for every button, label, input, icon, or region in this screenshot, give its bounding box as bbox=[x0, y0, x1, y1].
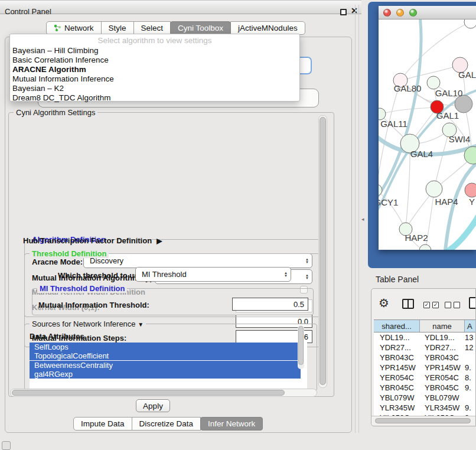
settings-vertical-scrollbar[interactable] bbox=[318, 115, 327, 388]
mi-threshold-group-title: MI Threshold Definition bbox=[37, 284, 127, 293]
network-node[interactable] bbox=[419, 244, 431, 250]
column-header-a[interactable]: A bbox=[465, 320, 476, 332]
tab-label: Discretize Data bbox=[139, 419, 194, 428]
settings-horizontal-scrollbar[interactable] bbox=[10, 389, 317, 397]
tab-style[interactable]: Style bbox=[101, 21, 134, 35]
table-cell: YPR145W bbox=[374, 363, 420, 373]
tab-label: Select bbox=[141, 24, 164, 32]
table-panel-title: Table Panel bbox=[376, 275, 419, 284]
table-row[interactable]: YPR145WYPR145W9. bbox=[374, 363, 476, 373]
application-window: Control Panel ✕ NetworkStyleSelectCyni T… bbox=[0, 0, 476, 450]
network-edge bbox=[406, 191, 433, 229]
gear-icon[interactable]: ⚙ bbox=[379, 296, 389, 310]
table-cell: YBR045C bbox=[420, 383, 465, 393]
network-node[interactable] bbox=[464, 19, 476, 28]
table-cell: YER054C bbox=[420, 373, 465, 383]
table-cell: YER054C bbox=[374, 373, 420, 383]
algorithm-option-bayesian-k2[interactable]: Bayesian – K2 bbox=[10, 84, 299, 93]
table-row[interactable]: YBR043CYBR043C bbox=[374, 353, 476, 363]
table-rows: YDL19...YDL19...13YDR27...YDR27...12YBR0… bbox=[374, 332, 476, 416]
node-label-y: Y bbox=[469, 197, 475, 207]
expanded-arrow-icon: ▼ bbox=[138, 321, 144, 328]
node-label-gcy1: GCY1 bbox=[379, 197, 398, 207]
node-label-gal4: GAL4 bbox=[410, 149, 433, 159]
network-node-hap4[interactable] bbox=[426, 181, 442, 197]
table-row[interactable]: YBL079WYBL079W bbox=[374, 393, 476, 403]
mi-threshold-field[interactable]: 0.5 bbox=[232, 298, 308, 311]
unchecked-columns-icon[interactable] bbox=[445, 302, 460, 308]
table-row[interactable]: YER054CYER054C8. bbox=[374, 373, 476, 383]
table-horizontal-scrollbar[interactable] bbox=[371, 416, 476, 425]
attribute-item-topologicalcoefficient[interactable]: TopologicalCoefficient bbox=[30, 351, 301, 360]
subtab-discretize-data[interactable]: Discretize Data bbox=[132, 417, 201, 431]
table-cell: YBL079W bbox=[420, 393, 465, 403]
network-window-titlebar[interactable] bbox=[379, 6, 476, 19]
subtab-impute-data[interactable]: Impute Data bbox=[73, 417, 132, 431]
sources-group: Sources for Network Inference ▼ Data Att… bbox=[24, 324, 317, 391]
stepper-icon: ▲▼ bbox=[281, 272, 291, 277]
attribute-item-gal4rgexp[interactable]: gal4RGexp bbox=[30, 370, 301, 379]
table-panel-window: ⚙ ✓✓ shared...nameA YDL19...YDL19...13YD… bbox=[371, 288, 476, 426]
node-label-gal10: GAL10 bbox=[435, 88, 463, 98]
table-row[interactable]: YBR045CYBR045C9. bbox=[374, 383, 476, 393]
network-edge bbox=[379, 19, 421, 200]
column-header-name[interactable]: name bbox=[420, 320, 465, 332]
attribute-item-selfloops[interactable]: SelfLoops bbox=[30, 343, 301, 351]
control-panel-tabs: NetworkStyleSelectCyni ToolboxjActiveMNo… bbox=[46, 21, 305, 35]
minimize-traffic-light[interactable] bbox=[396, 9, 404, 17]
algorithm-option-basic-correlation-inference[interactable]: Basic Correlation Inference bbox=[10, 56, 299, 65]
which-threshold-value: MI Threshold bbox=[136, 270, 281, 279]
hub-definition-toggle[interactable]: Hub/Transcription Factor Definition ▶ bbox=[23, 236, 162, 245]
network-canvas[interactable]: GALGAL80GAL10GAL1GAL11SWI4GAL4GCY1HAP4YH… bbox=[379, 19, 476, 250]
new-table-icon[interactable] bbox=[469, 297, 476, 309]
split-columns-icon[interactable] bbox=[402, 299, 414, 309]
tab-jactivemnodules[interactable]: jActiveMNodules bbox=[230, 21, 305, 35]
collapsed-panel-icon[interactable] bbox=[2, 441, 11, 450]
network-node-y[interactable] bbox=[465, 183, 476, 197]
which-threshold-combobox[interactable]: MI Threshold ▲▼ bbox=[135, 267, 291, 282]
subtab-infer-network[interactable]: Infer Network bbox=[200, 417, 263, 431]
algorithm-option-mutual-information-inference[interactable]: Mutual Information Inference bbox=[10, 74, 299, 84]
table-cell: YPR145W bbox=[420, 363, 465, 373]
network-node-gal10[interactable] bbox=[427, 76, 440, 89]
control-panel-title: Control Panel bbox=[5, 7, 51, 16]
zoom-traffic-light[interactable] bbox=[409, 9, 417, 17]
table-cell: YBR043C bbox=[374, 353, 420, 363]
node-label-gal: GAL bbox=[458, 70, 476, 80]
tab-label: jActiveMNodules bbox=[238, 24, 298, 32]
algorithm-option-dream8-dc-tdc-algorithm[interactable]: Dream8 DC_TDC Algorithm bbox=[10, 93, 299, 103]
table-row[interactable]: YLR345WYLR345W9. bbox=[374, 403, 476, 413]
float-panel-icon[interactable] bbox=[340, 9, 347, 15]
cyni-toolbox-subtabs: Impute DataDiscretize DataInfer Network bbox=[73, 417, 263, 431]
algorithm-option-aracne-algorithm[interactable]: ARACNE Algorithm bbox=[10, 65, 299, 74]
tab-label: Impute Data bbox=[81, 419, 125, 428]
close-traffic-light[interactable] bbox=[383, 9, 391, 17]
table-cell: 12 bbox=[465, 343, 476, 353]
column-header-shared[interactable]: shared... bbox=[374, 320, 420, 332]
tab-label: Cyni Toolbox bbox=[178, 24, 223, 32]
tab-select[interactable]: Select bbox=[133, 21, 171, 35]
network-tab-icon bbox=[54, 24, 61, 32]
node-label-gal80: GAL80 bbox=[394, 83, 422, 93]
close-panel-icon[interactable]: ✕ bbox=[351, 6, 358, 15]
threshold-definition-title: Threshold Definition bbox=[30, 249, 109, 258]
tab-network[interactable]: Network bbox=[46, 21, 102, 35]
apply-button[interactable]: Apply bbox=[136, 399, 170, 412]
table-row[interactable]: YDL19...YDL19...13 bbox=[374, 332, 476, 343]
settings-group-title: Cyni Algorithm Settings bbox=[14, 108, 97, 117]
mi-threshold-group: MI Threshold Definition Mutual Informati… bbox=[32, 288, 314, 315]
checked-columns-icon[interactable]: ✓✓ bbox=[423, 302, 439, 308]
attributes-scrollbar[interactable] bbox=[298, 325, 304, 369]
network-edge bbox=[434, 132, 449, 189]
tab-cyni-toolbox[interactable]: Cyni Toolbox bbox=[170, 21, 231, 35]
network-edge bbox=[379, 190, 405, 227]
table-cell: YDR27... bbox=[374, 343, 420, 353]
splitter-collapse-arrow[interactable]: ◂ bbox=[361, 216, 364, 222]
attribute-item-betweennesscentrality[interactable]: BetweennessCentrality bbox=[30, 361, 301, 370]
algorithm-option-bayesian-hill-climbing[interactable]: Bayesian – Hill Climbing bbox=[10, 46, 299, 56]
table-cell bbox=[465, 353, 476, 363]
network-node-gal11[interactable] bbox=[379, 108, 386, 120]
table-cell: 9. bbox=[465, 403, 476, 413]
table-row[interactable]: YDR27...YDR27...12 bbox=[374, 343, 476, 353]
data-attributes-list[interactable]: SelfLoopsTopologicalCoefficientBetweenne… bbox=[30, 343, 307, 390]
